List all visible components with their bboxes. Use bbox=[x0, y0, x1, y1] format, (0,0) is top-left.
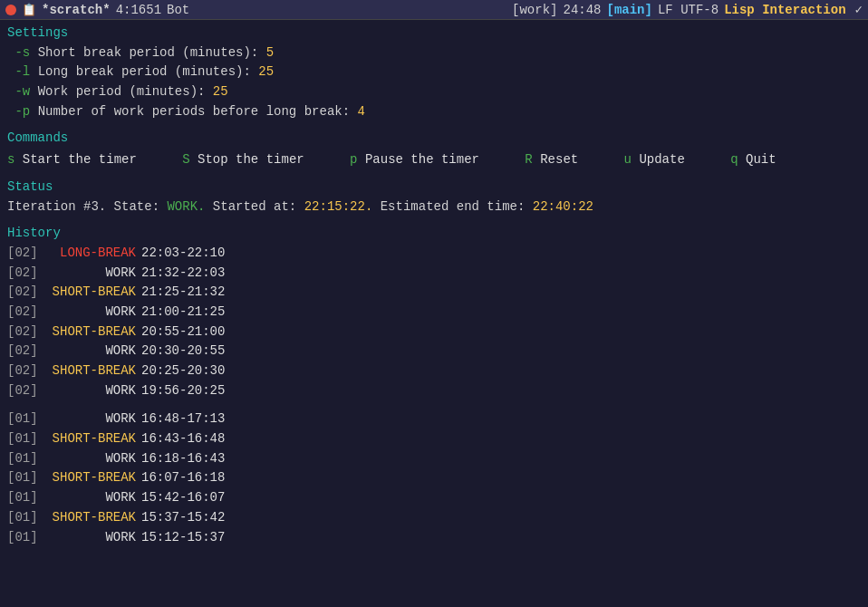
hist-type: WORK bbox=[42, 409, 141, 429]
history-row: [02] WORK 21:32-22:03 bbox=[7, 264, 861, 284]
hist-idx: [02] bbox=[7, 323, 42, 342]
history-row: [01] WORK 16:48-17:13 bbox=[7, 409, 861, 429]
flag-s: -s bbox=[7, 45, 30, 60]
cmd-label-stop: Stop the timer bbox=[198, 152, 342, 167]
history-row: [02] LONG-BREAK 22:03-22:10 bbox=[7, 244, 861, 264]
hist-time: 15:42-16:07 bbox=[141, 488, 225, 508]
hist-type: SHORT-BREAK bbox=[42, 508, 141, 528]
setting-w-label: Work period (minutes): bbox=[38, 84, 213, 99]
settings-section: Settings -s Short break period (minutes)… bbox=[7, 24, 861, 121]
session-spacer bbox=[7, 400, 861, 409]
history-section: History [02] LONG-BREAK 22:03-22:10 [02]… bbox=[7, 224, 861, 547]
flag-l: -l bbox=[7, 64, 30, 79]
hist-idx: [01] bbox=[7, 449, 42, 469]
cmd-key-u[interactable]: u bbox=[624, 152, 632, 167]
hist-type: WORK bbox=[42, 381, 141, 401]
status-started-label: Started at: bbox=[213, 199, 304, 214]
status-end-label: Estimated end time: bbox=[381, 199, 533, 214]
commands-header: Commands bbox=[7, 129, 861, 149]
history-row: [01] WORK 15:12-15:37 bbox=[7, 528, 861, 548]
setting-work-period: -w Work period (minutes): 25 bbox=[7, 82, 861, 102]
hist-idx: [01] bbox=[7, 409, 42, 429]
settings-header: Settings bbox=[7, 24, 861, 43]
encoding-info: LF UTF-8 bbox=[658, 3, 719, 17]
hist-time: 20:55-21:00 bbox=[141, 323, 225, 342]
buffer-content: Settings -s Short break period (minutes)… bbox=[0, 20, 868, 551]
flag-w: -w bbox=[7, 84, 30, 99]
hist-idx: [02] bbox=[7, 244, 42, 264]
status-row: Iteration #3. State: WORK. Started at: 2… bbox=[7, 198, 861, 217]
setting-p-value: 4 bbox=[357, 104, 364, 119]
cmd-label-pause: Pause the timer bbox=[365, 152, 517, 167]
cmd-key-q[interactable]: q bbox=[730, 152, 738, 167]
hist-idx: [01] bbox=[7, 468, 42, 488]
setting-num-periods: -p Number of work periods before long br… bbox=[7, 102, 861, 122]
hist-time: 16:18-16:43 bbox=[141, 449, 225, 469]
status-end-time: 22:40:22 bbox=[533, 199, 593, 214]
cmd-key-s[interactable]: s bbox=[7, 152, 14, 167]
hist-idx: [02] bbox=[7, 303, 42, 323]
hist-time: 19:56-20:25 bbox=[141, 381, 225, 401]
history-row: [01] WORK 16:18-16:43 bbox=[7, 449, 861, 469]
hist-time: 21:32-22:03 bbox=[141, 264, 225, 284]
lisp-icon: 📋 bbox=[22, 3, 36, 17]
setting-l-label: Long break period (minutes): bbox=[38, 64, 259, 79]
hist-time: 16:07-16:18 bbox=[141, 468, 225, 488]
cmd-label-quit: Quit bbox=[746, 152, 776, 167]
setting-w-value: 25 bbox=[213, 84, 228, 99]
history-row: [01] SHORT-BREAK 16:43-16:48 bbox=[7, 429, 861, 449]
status-section: Status Iteration #3. State: WORK. Starte… bbox=[7, 178, 861, 217]
history-row: [02] SHORT-BREAK 20:25-20:30 bbox=[7, 361, 861, 381]
hist-time: 22:03-22:10 bbox=[141, 244, 225, 264]
hist-time: 21:25-21:32 bbox=[141, 283, 225, 303]
project-tag: [work] bbox=[512, 3, 557, 17]
history-row: [01] SHORT-BREAK 15:37-15:42 bbox=[7, 508, 861, 528]
flag-p: -p bbox=[7, 104, 30, 119]
hist-time: 15:12-15:37 bbox=[141, 528, 225, 548]
hist-idx: [02] bbox=[7, 264, 42, 284]
hist-time: 16:43-16:48 bbox=[141, 429, 225, 449]
status-state: WORK. bbox=[167, 199, 205, 214]
cmd-key-p[interactable]: p bbox=[350, 152, 357, 167]
history-row: [02] SHORT-BREAK 21:25-21:32 bbox=[7, 283, 861, 303]
cmd-key-R[interactable]: R bbox=[525, 152, 532, 167]
hist-idx: [02] bbox=[7, 283, 42, 303]
history-row: [01] SHORT-BREAK 16:07-16:18 bbox=[7, 468, 861, 488]
hist-idx: [02] bbox=[7, 381, 42, 401]
hist-time: 21:00-21:25 bbox=[141, 303, 225, 323]
history-row: [02] WORK 21:00-21:25 bbox=[7, 303, 861, 323]
hist-type: WORK bbox=[42, 449, 141, 469]
commands-section: Commands s Start the timer S Stop the ti… bbox=[7, 129, 861, 169]
setting-p-label: Number of work periods before long break… bbox=[38, 104, 358, 119]
hist-time: 16:48-17:13 bbox=[141, 409, 225, 429]
setting-s-value: 5 bbox=[266, 45, 274, 60]
setting-l-value: 25 bbox=[258, 64, 274, 79]
hist-time: 20:30-20:55 bbox=[141, 342, 225, 361]
setting-s-label: Short break period (minutes): bbox=[38, 45, 266, 60]
hist-time: 20:25-20:30 bbox=[141, 361, 225, 381]
branch-name: [main] bbox=[607, 3, 652, 17]
window-close-dot bbox=[5, 5, 16, 15]
hist-type: SHORT-BREAK bbox=[42, 283, 141, 303]
status-header: Status bbox=[7, 178, 861, 198]
flycheck-icon: ✓ bbox=[855, 2, 863, 17]
hist-time: 15:37-15:42 bbox=[141, 508, 225, 528]
hist-type: WORK bbox=[42, 528, 141, 548]
history-row: [02] SHORT-BREAK 20:55-21:00 bbox=[7, 323, 861, 342]
cmd-label-start: Start the timer bbox=[23, 152, 175, 167]
hist-type: WORK bbox=[42, 488, 141, 508]
hist-type: LONG-BREAK bbox=[42, 244, 141, 264]
status-started-time: 22:15:22. bbox=[304, 199, 373, 214]
hist-type: SHORT-BREAK bbox=[42, 361, 141, 381]
modeline: 📋 *scratch* 4:1651 Bot [work] 24:48 [mai… bbox=[0, 0, 868, 20]
hist-type: WORK bbox=[42, 342, 141, 361]
cmd-key-S[interactable]: S bbox=[182, 152, 189, 167]
hist-type: SHORT-BREAK bbox=[42, 468, 141, 488]
hist-idx: [01] bbox=[7, 508, 42, 528]
setting-short-break: -s Short break period (minutes): 5 bbox=[7, 43, 861, 63]
status-iteration: Iteration #3. State: bbox=[7, 199, 167, 214]
setting-long-break: -l Long break period (minutes): 25 bbox=[7, 63, 861, 82]
scroll-position: Bot bbox=[167, 3, 189, 17]
hist-idx: [01] bbox=[7, 528, 42, 548]
cmd-label-reset: Reset bbox=[540, 152, 616, 167]
